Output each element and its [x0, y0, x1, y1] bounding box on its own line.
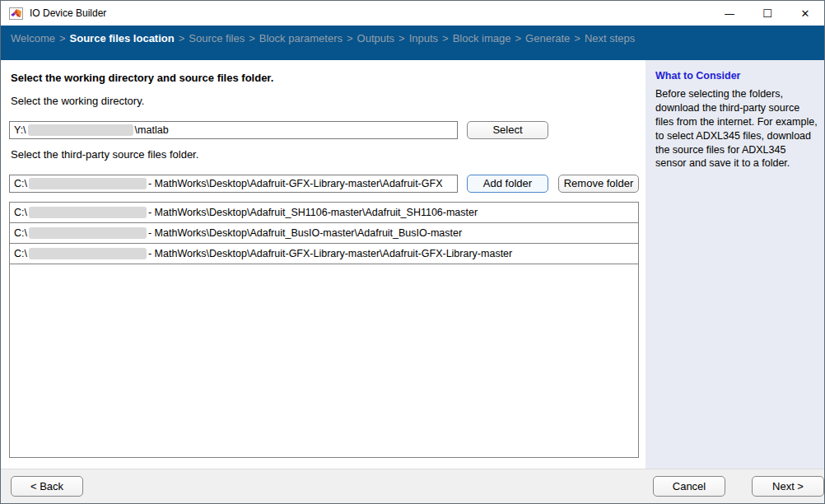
title-bar: IO Device Builder — ☐ ✕ — [1, 1, 824, 26]
select-button[interactable]: Select — [467, 121, 548, 139]
path-prefix: C:\ — [14, 227, 27, 239]
source-folder-input[interactable]: C:\- MathWorks\Desktop\Adafruit-GFX-Libr… — [9, 175, 458, 193]
list-item[interactable]: C:\- MathWorks\Desktop\Adafruit-GFX-Libr… — [10, 244, 638, 264]
sidebar-help-text: Before selecting the folders, download t… — [655, 87, 818, 170]
path-prefix: C:\ — [14, 248, 27, 259]
breadcrumb-separator: > — [249, 32, 255, 44]
breadcrumb-step-inputs: Inputs — [409, 32, 438, 44]
breadcrumb-separator: > — [574, 32, 580, 44]
window-controls: — ☐ ✕ — [711, 1, 824, 26]
what-to-consider-panel: What to Consider Before selecting the fo… — [646, 60, 825, 469]
breadcrumb-separator: > — [347, 32, 353, 44]
maximize-icon[interactable]: ☐ — [748, 1, 786, 26]
footer-bar: < Back Cancel Next > — [1, 469, 824, 504]
redacted-text — [29, 227, 147, 239]
add-folder-button[interactable]: Add folder — [467, 175, 548, 193]
breadcrumb-step-outputs: Outputs — [357, 32, 395, 44]
breadcrumb-separator: > — [59, 32, 66, 44]
breadcrumb-step-next-steps: Next steps — [585, 32, 635, 44]
breadcrumb-step-welcome: Welcome — [11, 32, 55, 44]
page-title: Select the working directory and source … — [11, 72, 273, 84]
breadcrumb-step-block-image: Block image — [453, 32, 511, 44]
breadcrumb-step-generate: Generate — [525, 32, 570, 44]
breadcrumb-separator: > — [442, 32, 449, 44]
close-icon[interactable]: ✕ — [786, 1, 824, 26]
main-content: Select the working directory and source … — [1, 60, 646, 469]
remove-folder-button[interactable]: Remove folder — [558, 175, 639, 193]
minimize-icon[interactable]: — — [711, 1, 748, 26]
breadcrumb-step-block-parameters: Block parameters — [259, 32, 343, 44]
source-folder-label: Select the third-party source files fold… — [11, 148, 198, 161]
wizard-breadcrumb: Welcome>Source files location>Source fil… — [1, 26, 824, 60]
breadcrumb-separator: > — [399, 32, 405, 44]
matlab-logo-icon — [9, 7, 23, 20]
working-directory-label: Select the working directory. — [11, 95, 144, 107]
redacted-text — [29, 178, 147, 189]
source-folders-list[interactable]: C:\- MathWorks\Desktop\Adafruit_SH1106-m… — [9, 202, 639, 458]
path-prefix: Y:\ — [14, 122, 26, 138]
redacted-text — [29, 207, 147, 218]
path-suffix: - MathWorks\Desktop\Adafruit_SH1106-mast… — [148, 207, 478, 218]
sidebar-title: What to Consider — [655, 70, 818, 82]
io-device-builder-window: IO Device Builder — ☐ ✕ Welcome>Source f… — [0, 0, 825, 504]
list-item[interactable]: C:\- MathWorks\Desktop\Adafruit_BusIO-ma… — [10, 223, 638, 244]
redacted-text — [29, 248, 147, 259]
breadcrumb-separator: > — [179, 32, 185, 44]
path-suffix: - MathWorks\Desktop\Adafruit-GFX-Library… — [148, 248, 512, 259]
window-title: IO Device Builder — [30, 7, 106, 19]
list-item[interactable]: C:\- MathWorks\Desktop\Adafruit_SH1106-m… — [10, 203, 638, 223]
breadcrumb-step-source-files-location: Source files location — [70, 32, 175, 44]
path-prefix: C:\ — [14, 175, 27, 192]
path-prefix: C:\ — [14, 207, 27, 218]
back-button[interactable]: < Back — [11, 476, 83, 497]
next-button[interactable]: Next > — [752, 476, 824, 497]
path-suffix: - MathWorks\Desktop\Adafruit-GFX-Library… — [148, 175, 443, 192]
cancel-button[interactable]: Cancel — [653, 476, 725, 497]
breadcrumb-step-source-files: Source files — [189, 32, 245, 44]
working-directory-input[interactable]: Y:\\matlab — [9, 121, 458, 139]
path-suffix: \matlab — [135, 122, 169, 138]
breadcrumb-separator: > — [515, 32, 522, 44]
redacted-text — [28, 124, 133, 136]
path-suffix: - MathWorks\Desktop\Adafruit_BusIO-maste… — [148, 227, 462, 239]
